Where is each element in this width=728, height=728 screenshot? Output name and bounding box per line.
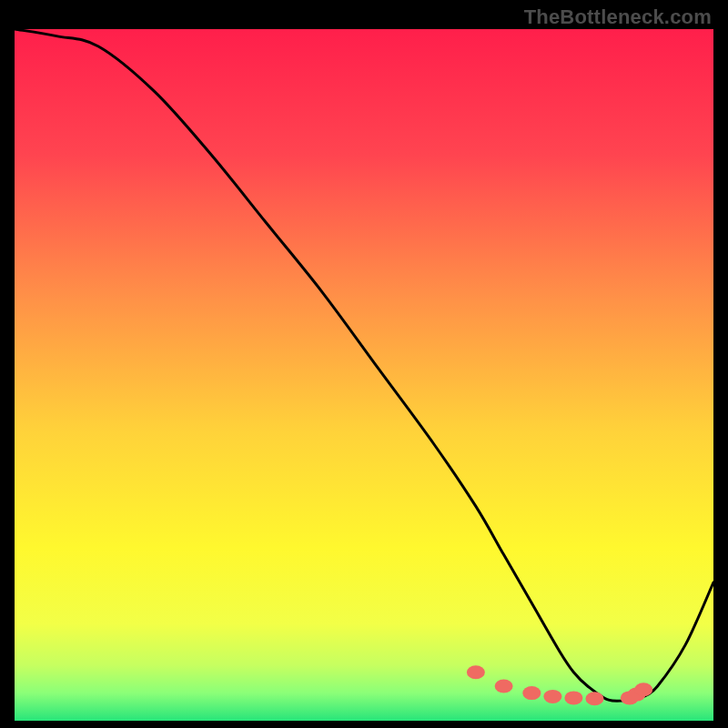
chart-svg [15, 29, 713, 721]
marker-dot [543, 690, 561, 703]
marker-dot [467, 665, 485, 679]
watermark-text: TheBottleneck.com [524, 5, 712, 29]
marker-dot [585, 692, 603, 705]
marker-dot [564, 691, 582, 704]
chart-background [15, 29, 713, 721]
marker-dot [634, 682, 652, 696]
chart-frame [15, 29, 713, 721]
marker-dot [522, 686, 541, 700]
marker-dot [495, 680, 513, 693]
